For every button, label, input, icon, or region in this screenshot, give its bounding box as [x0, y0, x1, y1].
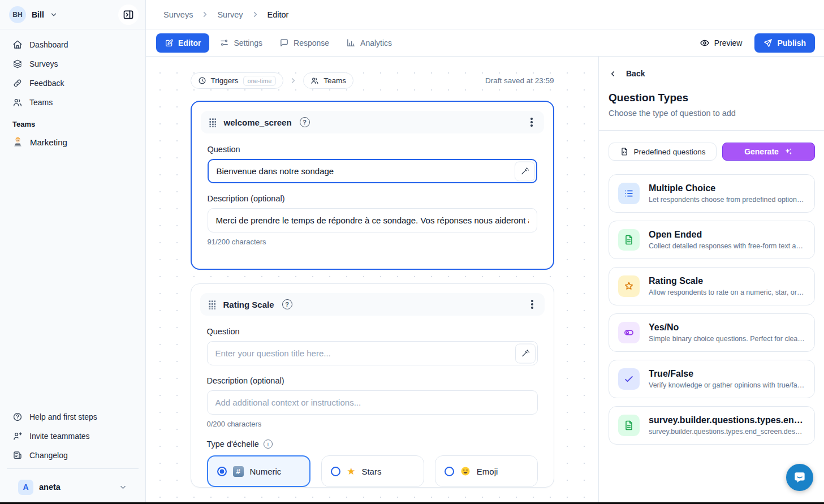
- question-title-input[interactable]: [208, 159, 537, 183]
- card-menu-button[interactable]: [527, 114, 536, 130]
- chat-bubble-icon: [792, 470, 807, 485]
- question-type-description: Let respondents choose from predefined o…: [649, 196, 805, 204]
- chevron-right-icon: [251, 10, 260, 19]
- breadcrumb-surveys[interactable]: Surveys: [163, 10, 193, 19]
- scale-option-label: Stars: [361, 467, 381, 476]
- publish-label: Publish: [777, 38, 806, 48]
- scale-option-label: Numeric: [250, 467, 282, 476]
- list-icon: [623, 188, 635, 199]
- question-type-rating-scale[interactable]: Rating Scale Allow respondents to rate o…: [609, 267, 815, 305]
- question-type-description: Verify knowledge or gather opinions with…: [649, 381, 805, 389]
- chevron-down-icon[interactable]: [50, 11, 58, 19]
- question-card-title: Rating Scale: [223, 300, 274, 309]
- tab-label: Editor: [178, 38, 201, 48]
- sidebar-item-feedback[interactable]: Feedback: [7, 74, 139, 93]
- message-icon: [279, 38, 289, 48]
- question-type-description: Simple binary choice questions. Perfect …: [649, 335, 805, 343]
- question-types-panel: Back Question Types Choose the type of q…: [598, 57, 824, 504]
- sidebar-item-label: Dashboard: [29, 40, 68, 49]
- drag-handle-icon[interactable]: [209, 118, 216, 127]
- triggers-chip[interactable]: Triggers one-time: [191, 72, 284, 89]
- chat-launcher-button[interactable]: [786, 464, 813, 491]
- breadcrumb-editor[interactable]: Editor: [268, 10, 289, 19]
- question-type-true-false[interactable]: True/False Verify knowledge or gather op…: [609, 360, 815, 398]
- draft-status: Draft saved at 23:59: [485, 76, 554, 85]
- question-description-input[interactable]: [208, 208, 537, 232]
- question-type-yes-no[interactable]: Yes/No Simple binary choice questions. P…: [609, 313, 815, 352]
- predefined-questions-label: Predefined questions: [634, 148, 706, 156]
- scale-option-stars[interactable]: ★ Stars: [321, 455, 424, 487]
- true-false-tile: [618, 368, 640, 390]
- question-type-end-screen[interactable]: survey.builder.questions.types.end_scr..…: [609, 406, 815, 445]
- workspace-name: Bill: [32, 10, 44, 19]
- question-card-welcome-screen[interactable]: welcome_screen ? Question Description (o…: [191, 101, 554, 270]
- send-icon: [763, 38, 773, 48]
- editor-toolbar: Editor Settings Response Analytics Previ…: [146, 29, 824, 57]
- scale-type-options: # Numeric ★ Stars Emoji: [207, 455, 538, 487]
- card-menu-button[interactable]: [528, 296, 536, 312]
- sparkles-icon: [784, 147, 793, 156]
- help-circle-icon: [12, 412, 23, 422]
- account-menu[interactable]: A aneta: [14, 473, 132, 501]
- question-type-name: True/False: [649, 369, 805, 379]
- sidebar-item-teams[interactable]: Teams: [7, 93, 139, 112]
- breadcrumb-survey[interactable]: Survey: [217, 10, 243, 19]
- star-icon: [623, 281, 635, 292]
- panel-title: Question Types: [609, 92, 814, 104]
- tab-editor[interactable]: Editor: [156, 33, 209, 53]
- help-circle-icon[interactable]: ?: [300, 117, 310, 127]
- link-icon: [12, 78, 23, 88]
- radio-selected-icon: [217, 467, 227, 476]
- question-type-name: Multiple Choice: [649, 183, 805, 193]
- sidebar-item-surveys[interactable]: Surveys: [7, 54, 139, 74]
- scale-option-emoji[interactable]: Emoji: [435, 455, 538, 487]
- question-type-description: Collect detailed responses with free-for…: [649, 242, 805, 250]
- sidebar-collapse-button[interactable]: [118, 5, 139, 25]
- sidebar-item-label: Help and first steps: [29, 412, 97, 421]
- publish-button[interactable]: Publish: [754, 33, 815, 53]
- tab-analytics[interactable]: Analytics: [346, 38, 392, 48]
- teams-chip[interactable]: Teams: [303, 72, 353, 89]
- ai-rewrite-button[interactable]: [515, 343, 536, 363]
- back-button[interactable]: Back: [609, 69, 814, 78]
- question-type-name: survey.builder.questions.types.end_scr..…: [649, 415, 805, 425]
- scale-option-numeric[interactable]: # Numeric: [207, 455, 311, 487]
- character-count: 91/200 characters: [208, 238, 537, 246]
- info-icon[interactable]: i: [264, 440, 273, 449]
- smiley-emoji: [460, 466, 471, 476]
- open-ended-tile: [618, 229, 640, 251]
- sidebar-item-invite[interactable]: Invite teammates: [7, 427, 139, 446]
- chevron-down-icon: [119, 483, 127, 492]
- changelog-icon: [12, 450, 23, 460]
- check-icon: [623, 373, 635, 385]
- team-name: Marketing: [30, 137, 67, 147]
- sidebar-item-help[interactable]: Help and first steps: [7, 407, 139, 427]
- question-type-name: Open Ended: [649, 230, 805, 240]
- tab-settings[interactable]: Settings: [219, 38, 262, 48]
- drag-handle-icon[interactable]: [208, 300, 215, 309]
- sidebar-item-changelog[interactable]: Changelog: [7, 446, 139, 465]
- sidebar-item-label: Feedback: [29, 79, 64, 88]
- sidebar-item-team-marketing[interactable]: Marketing: [7, 132, 139, 152]
- question-type-open-ended[interactable]: Open Ended Collect detailed responses wi…: [609, 221, 815, 259]
- sidebar-item-dashboard[interactable]: Dashboard: [7, 35, 139, 54]
- question-card-title: welcome_screen: [224, 118, 292, 127]
- tab-response[interactable]: Response: [279, 38, 329, 48]
- question-type-multiple-choice[interactable]: Multiple Choice Let respondents choose f…: [609, 174, 815, 213]
- question-card-rating-scale[interactable]: Rating Scale ? Question Description (opt…: [191, 283, 554, 488]
- predefined-questions-button[interactable]: Predefined questions: [609, 143, 717, 161]
- generate-button[interactable]: Generate: [722, 143, 815, 161]
- user-plus-icon: [12, 431, 23, 441]
- question-description-input[interactable]: [207, 390, 538, 415]
- scale-type-label-text: Type d'échelle: [207, 440, 259, 449]
- yes-no-tile: [618, 322, 640, 343]
- rating-scale-tile: [618, 275, 640, 297]
- teams-section-label: Teams: [7, 112, 139, 132]
- question-type-description: Allow respondents to rate on a numeric, …: [649, 288, 805, 296]
- help-circle-icon[interactable]: ?: [282, 299, 292, 309]
- question-type-name: Yes/No: [649, 322, 805, 333]
- sidebar-item-label: Invite teammates: [29, 432, 90, 441]
- question-title-input[interactable]: [207, 341, 538, 365]
- ai-rewrite-button[interactable]: [515, 161, 535, 181]
- preview-button[interactable]: Preview: [700, 38, 743, 48]
